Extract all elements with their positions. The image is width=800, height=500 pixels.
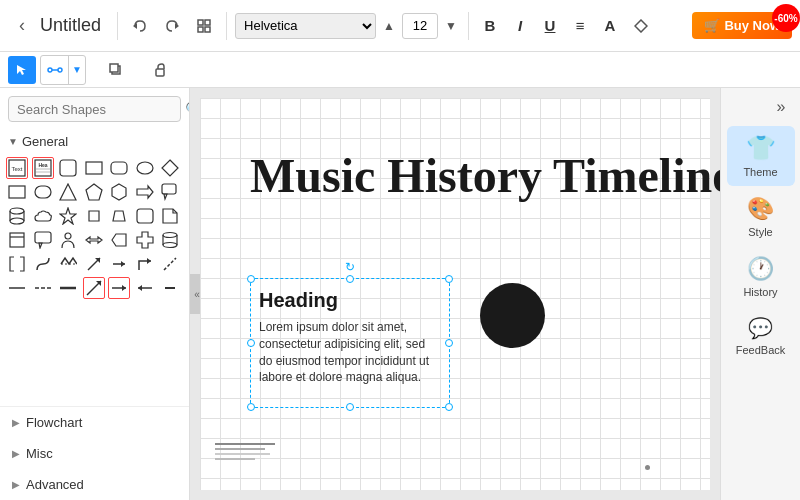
section-general-header[interactable]: ▼ General	[0, 130, 189, 153]
font-size-input[interactable]: 12	[402, 13, 438, 39]
shape-arrow-lr[interactable]	[83, 229, 105, 251]
resize-handle-br[interactable]	[445, 403, 453, 411]
diamond-button[interactable]	[627, 12, 655, 40]
shape-text[interactable]: Text	[6, 157, 28, 179]
shape-rect2[interactable]	[6, 181, 28, 203]
svg-rect-25	[9, 186, 25, 198]
shape-star[interactable]	[57, 205, 79, 227]
shape-doc[interactable]	[159, 205, 181, 227]
shape-arrow-right[interactable]	[134, 181, 156, 203]
sidebar-item-misc[interactable]: ▶ Misc	[0, 438, 189, 469]
expand-panel-button[interactable]: »	[766, 92, 796, 122]
shape-hexagon[interactable]	[108, 181, 130, 203]
canvas[interactable]: Music History Timeline ↻ Heading Lorem i…	[200, 98, 710, 490]
svg-marker-56	[121, 261, 125, 267]
shape-line1[interactable]	[6, 277, 28, 299]
resize-handle-bl[interactable]	[247, 403, 255, 411]
resize-handle-tl[interactable]	[247, 275, 255, 283]
shape-rect3[interactable]	[57, 157, 79, 179]
color-button[interactable]: A	[597, 13, 623, 39]
connector-dropdown-button[interactable]: ▼	[69, 56, 85, 84]
heading-text[interactable]: Heading	[259, 289, 338, 312]
canvas-title[interactable]: Music History Timeline	[250, 148, 720, 203]
sidebar-item-advanced[interactable]: ▶ Advanced	[0, 469, 189, 500]
pointer-tool-button[interactable]	[8, 56, 36, 84]
arrange-button[interactable]	[190, 12, 218, 40]
lock-button[interactable]	[146, 56, 174, 84]
shape-arrow-back[interactable]	[134, 277, 156, 299]
shape-diamond[interactable]	[159, 157, 181, 179]
shape-pentagon[interactable]	[83, 181, 105, 203]
shape-arrow-right2[interactable]	[108, 253, 130, 275]
connector-button[interactable]	[41, 56, 69, 84]
style-panel-item[interactable]: 🎨 Style	[727, 188, 795, 246]
font-size-up-button[interactable]: ▼	[442, 12, 460, 40]
shape-s-curve[interactable]	[32, 253, 54, 275]
shape-line-short[interactable]	[159, 277, 181, 299]
resize-handle-tr[interactable]	[445, 275, 453, 283]
theme-panel-item[interactable]: 👕 Theme	[727, 126, 795, 186]
svg-rect-13	[156, 69, 164, 76]
shape-scroll[interactable]	[134, 205, 156, 227]
shape-rounded-rect[interactable]	[108, 157, 130, 179]
shape-ellipse[interactable]	[134, 157, 156, 179]
shape-arrow-up-right[interactable]	[83, 253, 105, 275]
lorem-text: Lorem ipsum dolor sit amet, consectetur …	[259, 319, 441, 386]
shape-heading[interactable]: Hea	[32, 157, 54, 179]
shape-trapezoid[interactable]	[108, 205, 130, 227]
svg-rect-4	[198, 27, 203, 32]
history-panel-item[interactable]: 🕐 History	[727, 248, 795, 306]
selected-element-box[interactable]: ↻ Heading Lorem ipsum dolor sit amet, co…	[250, 278, 450, 408]
undo-button[interactable]	[126, 12, 154, 40]
resize-handle-mr[interactable]	[445, 339, 453, 347]
shape-database[interactable]	[159, 229, 181, 251]
shape-rect[interactable]	[83, 157, 105, 179]
shape-arrow-bent[interactable]	[134, 253, 156, 275]
shape-tag[interactable]	[108, 229, 130, 251]
font-family-select[interactable]: Helvetica Arial Times New Roman	[235, 13, 376, 39]
back-button[interactable]: ‹	[8, 12, 36, 40]
canvas-area[interactable]: « Music History Timeline ↻ Heading	[190, 88, 720, 500]
copy-format-button[interactable]	[102, 56, 130, 84]
misc-label: Misc	[26, 446, 53, 461]
sidebar-item-flowchart[interactable]: ▶ Flowchart	[0, 407, 189, 438]
search-box[interactable]: 🔍	[8, 96, 181, 122]
shape-callout[interactable]	[159, 181, 181, 203]
shape-line3[interactable]	[57, 277, 79, 299]
shape-triangle[interactable]	[57, 181, 79, 203]
shape-line-diag[interactable]	[159, 253, 181, 275]
shape-parallelogram[interactable]	[83, 205, 105, 227]
shape-rounded2[interactable]	[32, 181, 54, 203]
font-size-down-button[interactable]: ▲	[380, 12, 398, 40]
rotate-handle[interactable]: ↻	[344, 261, 356, 273]
resize-handle-bm[interactable]	[346, 403, 354, 411]
dot-element	[645, 465, 650, 470]
resize-handle-tm[interactable]	[346, 275, 354, 283]
shape-cylinder[interactable]	[6, 205, 28, 227]
list-button[interactable]: ≡	[567, 13, 593, 39]
shape-arrow-straight[interactable]	[108, 277, 130, 299]
shape-person[interactable]	[57, 229, 79, 251]
bold-button[interactable]: B	[477, 13, 503, 39]
resize-handle-ml[interactable]	[247, 339, 255, 347]
shape-bracket[interactable]	[6, 253, 28, 275]
shape-note[interactable]	[6, 229, 28, 251]
underline-button[interactable]: U	[537, 13, 563, 39]
buy-now-button[interactable]: 🛒 Buy Now -60%	[692, 12, 792, 39]
circle-element[interactable]	[480, 283, 545, 348]
shape-speech[interactable]	[32, 229, 54, 251]
shape-arrow-diag1[interactable]	[83, 277, 105, 299]
advanced-label: Advanced	[26, 477, 84, 492]
toolbar-row1: ‹ Untitled Helvetica Arial Times New Rom…	[0, 0, 800, 52]
feedback-panel-item[interactable]: 💬 FeedBack	[727, 308, 795, 364]
shape-line2[interactable]	[32, 277, 54, 299]
svg-point-36	[10, 218, 24, 224]
italic-button[interactable]: I	[507, 13, 533, 39]
redo-button[interactable]	[158, 12, 186, 40]
search-input[interactable]	[17, 102, 185, 117]
section-general-label: General	[22, 134, 68, 149]
shape-cross[interactable]	[134, 229, 156, 251]
shape-zigzag[interactable]	[57, 253, 79, 275]
shape-cloud[interactable]	[32, 205, 54, 227]
svg-rect-22	[111, 162, 127, 174]
